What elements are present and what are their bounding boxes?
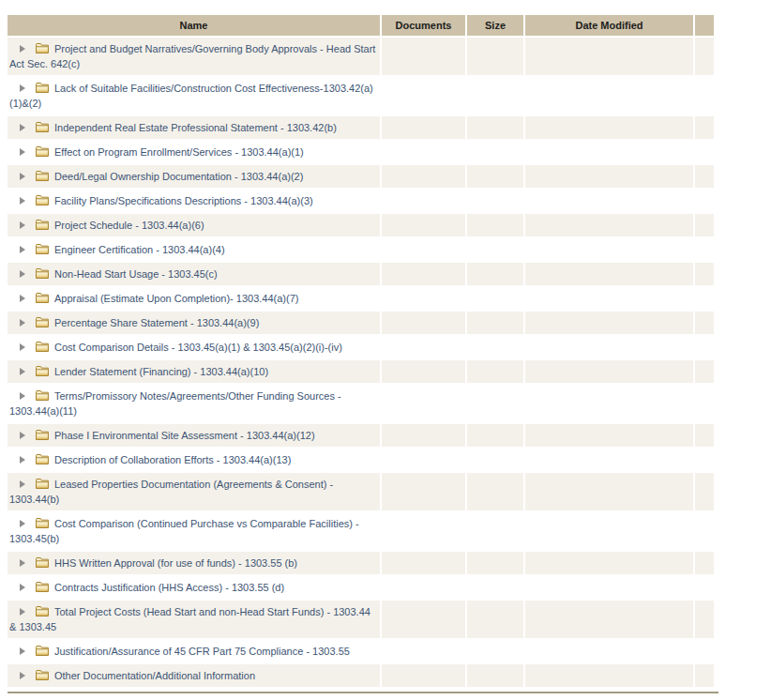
folder-name-cell[interactable]: Appraisal (Estimate Upon Completion)- 13…	[8, 287, 380, 310]
documents-cell	[382, 601, 465, 638]
expand-arrow-icon[interactable]	[20, 295, 25, 302]
folder-label[interactable]: Cost Comparison (Continued Purchase vs C…	[9, 518, 359, 544]
expand-arrow-icon[interactable]	[20, 368, 25, 375]
folder-name-cell[interactable]: Justification/Assurance of 45 CFR Part 7…	[8, 640, 380, 662]
folder-icon	[35, 316, 50, 328]
expand-arrow-icon[interactable]	[20, 148, 25, 156]
expand-arrow-icon[interactable]	[20, 559, 25, 567]
document-folders-panel: Name Documents Size Date Modified Projec…	[0, 0, 771, 693]
date-modified-cell	[525, 38, 693, 75]
expand-arrow-icon[interactable]	[20, 647, 25, 655]
expand-arrow-icon[interactable]	[20, 480, 25, 488]
expand-arrow-icon[interactable]	[20, 319, 25, 327]
folder-label[interactable]: Independent Real Estate Professional Sta…	[54, 122, 337, 133]
expand-arrow-icon[interactable]	[20, 124, 25, 131]
folder-icon	[35, 82, 50, 94]
folder-icon	[35, 669, 50, 681]
date-modified-cell	[525, 263, 693, 285]
folder-name-cell[interactable]: Contracts Justification (HHS Access) - 1…	[8, 576, 380, 599]
column-header-date-modified[interactable]: Date Modified	[525, 15, 693, 36]
folder-row: Facility Plans/Specifications Descriptio…	[8, 190, 714, 212]
expand-arrow-icon[interactable]	[20, 520, 25, 527]
folder-label[interactable]: Non-Head Start Usage - 1303.45(c)	[54, 268, 218, 280]
folder-label[interactable]: Cost Comparison Details - 1303.45(a)(1) …	[54, 342, 342, 353]
size-cell	[467, 576, 523, 599]
expand-arrow-icon[interactable]	[20, 343, 25, 351]
folder-name-cell[interactable]: Description of Collaboration Efforts - 1…	[8, 449, 380, 471]
folder-name-cell[interactable]: Engineer Certification - 1303.44(a)(4)	[8, 238, 380, 261]
spacer-cell	[695, 287, 714, 310]
bottom-rule	[8, 692, 718, 693]
folder-name-cell[interactable]: Project and Budget Narratives/Governing …	[8, 38, 380, 75]
folder-name-cell[interactable]: Lack of Suitable Facilities/Construction…	[8, 77, 380, 114]
size-cell	[467, 190, 523, 212]
folder-name-cell[interactable]: Leased Properties Documentation (Agreeme…	[8, 473, 380, 510]
documents-cell	[382, 336, 465, 358]
expand-arrow-icon[interactable]	[20, 84, 25, 92]
spacer-cell	[695, 552, 714, 574]
folder-name-cell[interactable]: Effect on Program Enrollment/Services - …	[8, 141, 380, 163]
folder-name-cell[interactable]: Percentage Share Statement - 1303.44(a)(…	[8, 312, 380, 334]
documents-cell	[382, 287, 465, 310]
documents-cell	[382, 385, 465, 422]
folder-name-cell[interactable]: Total Project Costs (Head Start and non-…	[8, 601, 380, 638]
folder-name-cell[interactable]: Non-Head Start Usage - 1303.45(c)	[8, 263, 380, 285]
date-modified-cell	[525, 190, 693, 212]
expand-arrow-icon[interactable]	[20, 221, 25, 229]
folder-name-cell[interactable]: Phase I Environmental Site Assessment - …	[8, 424, 380, 447]
folder-name-cell[interactable]: Cost Comparison (Continued Purchase vs C…	[8, 512, 380, 550]
folder-name-cell[interactable]: Deed/Legal Ownership Documentation - 130…	[8, 165, 380, 188]
folder-name-cell[interactable]: Independent Real Estate Professional Sta…	[8, 116, 380, 139]
folder-label[interactable]: Project Schedule - 1303.44(a)(6)	[54, 220, 204, 231]
column-header-documents[interactable]: Documents	[382, 15, 465, 36]
folder-label[interactable]: Lender Statement (Financing) - 1303.44(a…	[54, 366, 268, 377]
folder-label[interactable]: Description of Collaboration Efforts - 1…	[54, 454, 291, 465]
folder-label[interactable]: Percentage Share Statement - 1303.44(a)(…	[54, 317, 259, 328]
folder-label[interactable]: Total Project Costs (Head Start and non-…	[9, 606, 370, 632]
expand-arrow-icon[interactable]	[20, 432, 25, 439]
size-cell	[467, 360, 523, 383]
folder-name-cell[interactable]: Terms/Promissory Notes/Agreements/Other …	[8, 385, 380, 422]
expand-arrow-icon[interactable]	[20, 45, 25, 53]
folder-name-cell[interactable]: Project Schedule - 1303.44(a)(6)	[8, 214, 380, 236]
folder-label[interactable]: Project and Budget Narratives/Governing …	[9, 43, 375, 69]
folder-name-cell[interactable]: Lender Statement (Financing) - 1303.44(a…	[8, 360, 380, 383]
expand-arrow-icon[interactable]	[20, 197, 25, 205]
folder-label[interactable]: Justification/Assurance of 45 CFR Part 7…	[54, 646, 350, 657]
folder-name-cell[interactable]: Cost Comparison Details - 1303.45(a)(1) …	[8, 336, 380, 358]
column-header-name[interactable]: Name	[8, 15, 380, 36]
folder-icon	[35, 453, 50, 465]
expand-arrow-icon[interactable]	[20, 672, 25, 679]
folder-name-cell[interactable]: HHS Written Approval (for use of funds) …	[8, 552, 380, 574]
size-cell	[467, 336, 523, 358]
folder-row: HHS Written Approval (for use of funds) …	[8, 552, 714, 574]
folder-name-cell[interactable]: Facility Plans/Specifications Descriptio…	[8, 190, 380, 212]
expand-arrow-icon[interactable]	[20, 246, 25, 253]
folder-label[interactable]: Phase I Environmental Site Assessment - …	[54, 430, 315, 441]
expand-arrow-icon[interactable]	[20, 456, 25, 464]
folder-label[interactable]: Contracts Justification (HHS Access) - 1…	[54, 582, 284, 593]
folder-label[interactable]: Lack of Suitable Facilities/Construction…	[9, 83, 373, 109]
size-cell	[467, 287, 523, 310]
folder-label[interactable]: Appraisal (Estimate Upon Completion)- 13…	[54, 293, 298, 304]
date-modified-cell	[525, 449, 693, 471]
expand-arrow-icon[interactable]	[20, 392, 25, 400]
column-header-size[interactable]: Size	[467, 15, 523, 36]
folder-name-cell[interactable]: Other Documentation/Additional Informati…	[8, 664, 380, 687]
folder-label[interactable]: Facility Plans/Specifications Descriptio…	[54, 195, 313, 206]
folder-label[interactable]: Deed/Legal Ownership Documentation - 130…	[54, 171, 303, 182]
spacer-cell	[695, 360, 714, 383]
expand-arrow-icon[interactable]	[20, 270, 25, 278]
expand-arrow-icon[interactable]	[20, 608, 25, 616]
folder-label[interactable]: Terms/Promissory Notes/Agreements/Other …	[9, 390, 341, 417]
folder-label[interactable]: Other Documentation/Additional Informati…	[54, 670, 255, 681]
folder-icon	[35, 581, 50, 593]
size-cell	[467, 601, 523, 638]
date-modified-cell	[525, 165, 693, 188]
folder-label[interactable]: HHS Written Approval (for use of funds) …	[54, 557, 297, 569]
expand-arrow-icon[interactable]	[20, 584, 25, 591]
folder-label[interactable]: Leased Properties Documentation (Agreeme…	[9, 479, 333, 505]
folder-label[interactable]: Engineer Certification - 1303.44(a)(4)	[54, 244, 225, 255]
expand-arrow-icon[interactable]	[20, 173, 25, 180]
folder-label[interactable]: Effect on Program Enrollment/Services - …	[54, 146, 304, 158]
